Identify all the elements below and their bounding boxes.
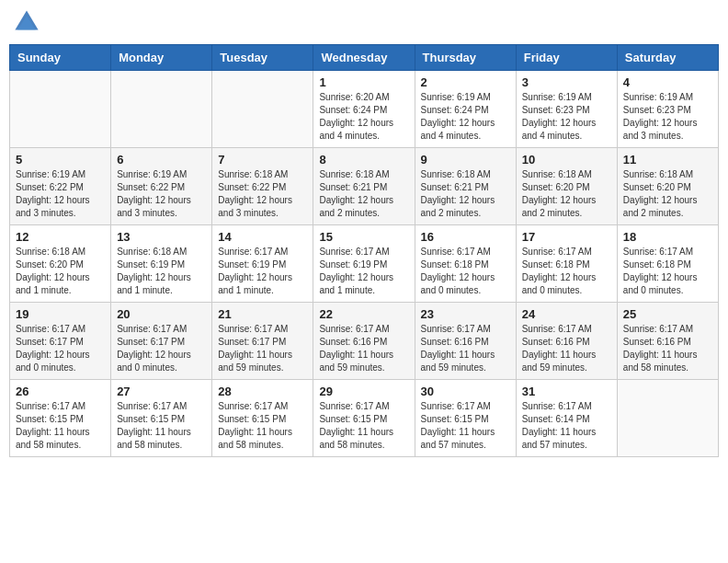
calendar-week-row: 19Sunrise: 6:17 AM Sunset: 6:17 PM Dayli… — [10, 303, 719, 380]
day-info: Sunrise: 6:18 AM Sunset: 6:20 PM Dayligh… — [16, 246, 105, 297]
calendar-day-cell — [212, 71, 313, 148]
calendar-day-cell: 2Sunrise: 6:19 AM Sunset: 6:24 PM Daylig… — [415, 71, 516, 148]
day-of-week-header: Sunday — [10, 45, 111, 71]
calendar-day-cell: 8Sunrise: 6:18 AM Sunset: 6:21 PM Daylig… — [313, 148, 415, 225]
day-number: 21 — [218, 307, 307, 321]
calendar-header-row: SundayMondayTuesdayWednesdayThursdayFrid… — [10, 45, 719, 71]
day-info: Sunrise: 6:17 AM Sunset: 6:16 PM Dayligh… — [319, 323, 408, 374]
day-number: 2 — [421, 75, 510, 89]
calendar-day-cell: 12Sunrise: 6:18 AM Sunset: 6:20 PM Dayli… — [10, 225, 111, 303]
day-info: Sunrise: 6:20 AM Sunset: 6:24 PM Dayligh… — [319, 91, 408, 143]
day-number: 13 — [117, 230, 206, 244]
day-info: Sunrise: 6:19 AM Sunset: 6:23 PM Dayligh… — [623, 91, 712, 143]
day-number: 9 — [421, 153, 510, 167]
day-number: 4 — [623, 75, 712, 89]
day-number: 27 — [117, 385, 206, 398]
day-number: 25 — [623, 307, 712, 321]
day-info: Sunrise: 6:17 AM Sunset: 6:15 PM Dayligh… — [218, 400, 307, 452]
calendar-day-cell: 30Sunrise: 6:17 AM Sunset: 6:15 PM Dayli… — [415, 380, 516, 457]
day-info: Sunrise: 6:17 AM Sunset: 6:18 PM Dayligh… — [522, 246, 611, 297]
calendar-day-cell: 6Sunrise: 6:19 AM Sunset: 6:22 PM Daylig… — [111, 148, 212, 225]
calendar-day-cell: 27Sunrise: 6:17 AM Sunset: 6:15 PM Dayli… — [111, 380, 212, 457]
day-of-week-header: Saturday — [617, 45, 718, 71]
calendar-day-cell: 3Sunrise: 6:19 AM Sunset: 6:23 PM Daylig… — [516, 71, 617, 148]
calendar-day-cell: 15Sunrise: 6:17 AM Sunset: 6:19 PM Dayli… — [313, 225, 415, 303]
day-info: Sunrise: 6:17 AM Sunset: 6:16 PM Dayligh… — [522, 323, 611, 374]
day-number: 12 — [16, 230, 105, 244]
day-number: 1 — [319, 75, 408, 89]
day-number: 24 — [522, 307, 611, 321]
day-number: 6 — [117, 153, 206, 167]
calendar-day-cell: 18Sunrise: 6:17 AM Sunset: 6:18 PM Dayli… — [617, 225, 718, 303]
calendar-day-cell — [10, 71, 111, 148]
calendar-day-cell: 16Sunrise: 6:17 AM Sunset: 6:18 PM Dayli… — [415, 225, 516, 303]
day-of-week-header: Wednesday — [313, 45, 415, 71]
calendar-day-cell: 21Sunrise: 6:17 AM Sunset: 6:17 PM Dayli… — [212, 303, 313, 380]
day-number: 19 — [16, 307, 105, 321]
day-info: Sunrise: 6:19 AM Sunset: 6:22 PM Dayligh… — [16, 168, 105, 220]
calendar-day-cell: 31Sunrise: 6:17 AM Sunset: 6:14 PM Dayli… — [516, 380, 617, 457]
page-header — [9, 9, 719, 35]
general-blue-logo-icon — [14, 9, 40, 35]
day-number: 10 — [522, 153, 611, 167]
day-info: Sunrise: 6:18 AM Sunset: 6:20 PM Dayligh… — [522, 168, 611, 220]
day-info: Sunrise: 6:17 AM Sunset: 6:15 PM Dayligh… — [421, 400, 510, 452]
day-number: 14 — [218, 230, 307, 244]
day-info: Sunrise: 6:17 AM Sunset: 6:17 PM Dayligh… — [117, 323, 206, 374]
calendar-day-cell — [111, 71, 212, 148]
calendar-day-cell: 4Sunrise: 6:19 AM Sunset: 6:23 PM Daylig… — [617, 71, 718, 148]
day-info: Sunrise: 6:17 AM Sunset: 6:17 PM Dayligh… — [218, 323, 307, 374]
calendar-day-cell: 25Sunrise: 6:17 AM Sunset: 6:16 PM Dayli… — [617, 303, 718, 380]
day-info: Sunrise: 6:18 AM Sunset: 6:21 PM Dayligh… — [421, 168, 510, 220]
day-number: 17 — [522, 230, 611, 244]
day-number: 20 — [117, 307, 206, 321]
day-number: 31 — [522, 385, 611, 398]
day-info: Sunrise: 6:17 AM Sunset: 6:19 PM Dayligh… — [218, 246, 307, 297]
day-info: Sunrise: 6:17 AM Sunset: 6:17 PM Dayligh… — [16, 323, 105, 374]
day-info: Sunrise: 6:18 AM Sunset: 6:19 PM Dayligh… — [117, 246, 206, 297]
day-info: Sunrise: 6:19 AM Sunset: 6:24 PM Dayligh… — [421, 91, 510, 143]
day-number: 22 — [319, 307, 408, 321]
day-info: Sunrise: 6:17 AM Sunset: 6:15 PM Dayligh… — [117, 400, 206, 452]
day-info: Sunrise: 6:18 AM Sunset: 6:21 PM Dayligh… — [319, 168, 408, 220]
calendar-day-cell: 23Sunrise: 6:17 AM Sunset: 6:16 PM Dayli… — [415, 303, 516, 380]
calendar-day-cell: 5Sunrise: 6:19 AM Sunset: 6:22 PM Daylig… — [10, 148, 111, 225]
day-number: 7 — [218, 153, 307, 167]
calendar-week-row: 1Sunrise: 6:20 AM Sunset: 6:24 PM Daylig… — [10, 71, 719, 148]
day-info: Sunrise: 6:19 AM Sunset: 6:23 PM Dayligh… — [522, 91, 611, 143]
calendar-day-cell: 20Sunrise: 6:17 AM Sunset: 6:17 PM Dayli… — [111, 303, 212, 380]
day-info: Sunrise: 6:17 AM Sunset: 6:15 PM Dayligh… — [319, 400, 408, 452]
calendar-day-cell: 19Sunrise: 6:17 AM Sunset: 6:17 PM Dayli… — [10, 303, 111, 380]
day-info: Sunrise: 6:17 AM Sunset: 6:15 PM Dayligh… — [16, 400, 105, 452]
calendar-day-cell: 26Sunrise: 6:17 AM Sunset: 6:15 PM Dayli… — [10, 380, 111, 457]
day-of-week-header: Friday — [516, 45, 617, 71]
day-of-week-header: Monday — [111, 45, 212, 71]
calendar-day-cell — [617, 380, 718, 457]
calendar-day-cell: 1Sunrise: 6:20 AM Sunset: 6:24 PM Daylig… — [313, 71, 415, 148]
day-number: 8 — [319, 153, 408, 167]
day-number: 18 — [623, 230, 712, 244]
calendar-day-cell: 14Sunrise: 6:17 AM Sunset: 6:19 PM Dayli… — [212, 225, 313, 303]
day-info: Sunrise: 6:18 AM Sunset: 6:22 PM Dayligh… — [218, 168, 307, 220]
calendar-week-row: 12Sunrise: 6:18 AM Sunset: 6:20 PM Dayli… — [10, 225, 719, 303]
calendar-week-row: 5Sunrise: 6:19 AM Sunset: 6:22 PM Daylig… — [10, 148, 719, 225]
day-info: Sunrise: 6:17 AM Sunset: 6:16 PM Dayligh… — [623, 323, 712, 374]
calendar-day-cell: 28Sunrise: 6:17 AM Sunset: 6:15 PM Dayli… — [212, 380, 313, 457]
day-number: 11 — [623, 153, 712, 167]
calendar-day-cell: 9Sunrise: 6:18 AM Sunset: 6:21 PM Daylig… — [415, 148, 516, 225]
day-number: 30 — [421, 385, 510, 398]
day-number: 15 — [319, 230, 408, 244]
calendar-day-cell: 7Sunrise: 6:18 AM Sunset: 6:22 PM Daylig… — [212, 148, 313, 225]
day-info: Sunrise: 6:17 AM Sunset: 6:18 PM Dayligh… — [623, 246, 712, 297]
day-info: Sunrise: 6:19 AM Sunset: 6:22 PM Dayligh… — [117, 168, 206, 220]
day-number: 23 — [421, 307, 510, 321]
day-number: 16 — [421, 230, 510, 244]
day-info: Sunrise: 6:17 AM Sunset: 6:16 PM Dayligh… — [421, 323, 510, 374]
day-number: 5 — [16, 153, 105, 167]
calendar-day-cell: 17Sunrise: 6:17 AM Sunset: 6:18 PM Dayli… — [516, 225, 617, 303]
day-of-week-header: Thursday — [415, 45, 516, 71]
day-info: Sunrise: 6:17 AM Sunset: 6:14 PM Dayligh… — [522, 400, 611, 452]
calendar-day-cell: 10Sunrise: 6:18 AM Sunset: 6:20 PM Dayli… — [516, 148, 617, 225]
calendar-day-cell: 29Sunrise: 6:17 AM Sunset: 6:15 PM Dayli… — [313, 380, 415, 457]
calendar-day-cell: 22Sunrise: 6:17 AM Sunset: 6:16 PM Dayli… — [313, 303, 415, 380]
